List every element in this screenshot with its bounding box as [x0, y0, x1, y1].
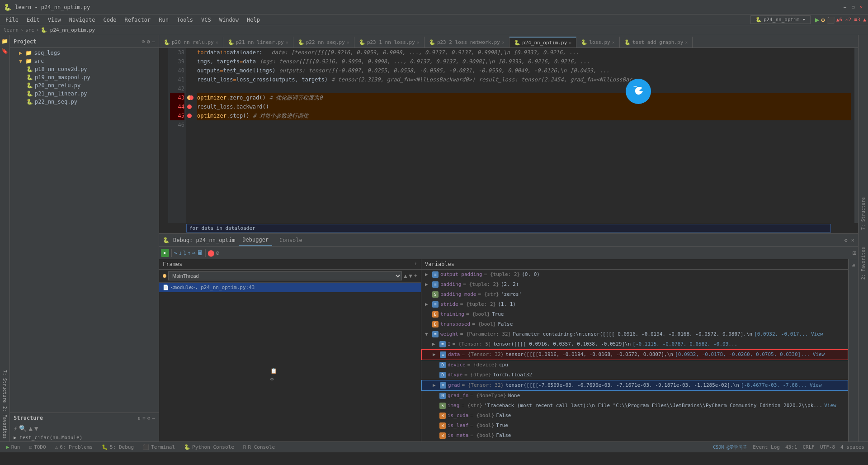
right-tab-structure[interactable]: 7: Structure: [859, 195, 868, 232]
structure-item-test-cifar[interactable]: ▶ test_cifar(nn.Module): [10, 434, 159, 441]
todo-status-btn[interactable]: ☑ TODO: [27, 443, 49, 451]
terminal-status-btn[interactable]: ⬛ Terminal: [140, 443, 178, 451]
resume-button[interactable]: ▶: [161, 249, 169, 257]
close-button[interactable]: ✕: [858, 4, 864, 10]
tab-p24-active[interactable]: 🐍 p24_nn_optim.py ✕: [509, 37, 576, 47]
active-file-indicator[interactable]: 🐍 p24_nn_optim ▾: [750, 15, 811, 24]
tree-item-p22[interactable]: 🐍 p22_nn_seq.py: [10, 98, 159, 106]
tree-item-p19[interactable]: 🐍 p19_nn_maxpool.py: [10, 73, 159, 81]
side-action-1[interactable]: 📋: [270, 368, 277, 374]
menu-help[interactable]: Help: [243, 16, 264, 24]
restore-layout-button[interactable]: ⊞: [853, 249, 856, 256]
tab-close-icon[interactable]: ✕: [502, 40, 505, 45]
stop-button[interactable]: ⬛: [827, 16, 835, 24]
panel-gear-icon[interactable]: ⊕: [142, 38, 145, 45]
var-is-mkldnn[interactable]: B is_mkldnn = {bool} False: [421, 441, 848, 441]
run-status-btn[interactable]: ▶ Run: [4, 443, 23, 451]
debug-settings-icon[interactable]: ⚙: [844, 237, 848, 243]
var-data[interactable]: ▶ ≡ data = {Tensor: 32} tensor([[[[0.091…: [421, 349, 848, 360]
struct-btn4[interactable]: ▼: [34, 425, 38, 432]
sidebar-bookmarks-icon[interactable]: 🔖: [0, 47, 9, 55]
var-expand-icon[interactable]: ▶: [425, 280, 430, 289]
tree-item-p21[interactable]: 🐍 p21_nn_linear.py: [10, 90, 159, 98]
tree-item-src[interactable]: ▼ 📁 src: [10, 57, 159, 65]
tab-p20[interactable]: 🐍 p20_nn_relu.py ✕: [159, 37, 223, 47]
var-expand-icon[interactable]: ▶: [432, 340, 438, 348]
menu-tools[interactable]: Tools: [173, 16, 197, 24]
var-grad[interactable]: ▶ ≡ grad = {Tensor: 32} tensor([[[[-7.65…: [421, 380, 848, 391]
var-expand-icon[interactable]: ▶: [425, 300, 430, 308]
indent-indicator[interactable]: 4 spaces: [840, 444, 864, 450]
var-is-meta[interactable]: B is_meta = {bool} False: [421, 431, 848, 441]
tree-item-seq-logs[interactable]: ▶ 📁 seq_logs: [10, 49, 159, 57]
tab-close-icon[interactable]: ✕: [569, 40, 571, 45]
title-bar-controls[interactable]: — ❐ ✕: [842, 4, 864, 10]
sidebar-structure-icon[interactable]: 7: Structure: [1, 369, 8, 403]
var-expand-icon[interactable]: ▶: [425, 270, 430, 279]
var-transposed[interactable]: B transposed = {bool} False: [421, 319, 848, 329]
python-console-status-btn[interactable]: 🐍 Python Console: [181, 443, 237, 451]
struct-close-icon[interactable]: —: [152, 415, 155, 421]
tab-p21[interactable]: 🐍 p21_nn_linear.py ✕: [223, 37, 293, 47]
sidebar-project-icon[interactable]: 📁: [0, 37, 9, 45]
thread-add-icon[interactable]: +: [414, 273, 417, 279]
thread-dropdown[interactable]: MainThread: [168, 271, 402, 280]
debug-close-icon[interactable]: ✕: [851, 237, 854, 243]
var-weight[interactable]: ▼ ≡ weight = {Parameter: 32} Parameter c…: [421, 329, 848, 339]
console-tab[interactable]: Console: [276, 235, 306, 245]
var-expand-icon[interactable]: ▶: [433, 381, 438, 389]
tree-item-p18[interactable]: 🐍 p18_nn_conv2d.py: [10, 65, 159, 73]
var-dtype[interactable]: D dtype = {dtype} torch.float32: [421, 370, 848, 380]
var-expand-icon[interactable]: ▼: [425, 330, 430, 338]
var-padding-mode[interactable]: S padding_mode = {str} 'zeros': [421, 289, 848, 299]
minimize-button[interactable]: —: [842, 4, 848, 10]
var-stride[interactable]: ▶ ≡ stride = {tuple: 2} (1, 1): [421, 299, 848, 309]
var-padding[interactable]: ▶ ≡ padding = {tuple: 2} (2, 2): [421, 280, 848, 289]
var-imag[interactable]: S imag = {str} 'Traceback (most recent c…: [421, 401, 848, 411]
var-training[interactable]: B training = {bool} True: [421, 309, 848, 319]
menu-refactor[interactable]: Refactor: [121, 16, 154, 24]
panel-close-icon[interactable]: —: [152, 38, 155, 45]
frames-add-icon[interactable]: +: [414, 261, 417, 267]
step-out-button[interactable]: ↑: [187, 249, 191, 256]
var-expand-icon[interactable]: ▶: [433, 351, 438, 359]
struct-sort-icon[interactable]: ⇅: [138, 415, 141, 421]
debug-run-button[interactable]: ⚙: [821, 16, 825, 24]
thread-down-icon[interactable]: ▼: [409, 273, 412, 279]
menu-view[interactable]: View: [44, 16, 65, 24]
breadcrumb-file[interactable]: 🐍 p24_nn_optim.py: [41, 27, 95, 33]
tab-close-icon[interactable]: ✕: [286, 40, 288, 45]
menu-file[interactable]: File: [2, 16, 22, 24]
thread-up-icon[interactable]: ▲: [404, 273, 407, 279]
view-breakpoints-button[interactable]: ⬤: [208, 249, 215, 256]
tab-close-icon[interactable]: ✕: [347, 40, 349, 45]
breadcrumb-learn[interactable]: learn: [4, 27, 19, 33]
run-to-cursor-button[interactable]: ⇒: [192, 249, 195, 256]
struct-btn2[interactable]: 🔍: [19, 425, 27, 432]
var-I[interactable]: ▶ ≡ I = {Tensor: 5} tensor([[[[ 0.0916, …: [421, 339, 848, 349]
struct-filter-icon[interactable]: ≡: [142, 415, 146, 421]
var-grad-fn[interactable]: N grad_fn = {NoneType} None: [421, 391, 848, 401]
tab-p23-1[interactable]: 🐍 p23_1_nn_loss.py ✕: [354, 37, 425, 47]
tab-loss[interactable]: 🐍 loss.py ✕: [576, 37, 619, 47]
crlf-indicator[interactable]: CRLF: [802, 444, 815, 450]
encoding-indicator[interactable]: UTF-8: [820, 444, 835, 450]
debug-side-btn1[interactable]: ⊞: [850, 260, 857, 270]
editor-scrollbar[interactable]: [854, 48, 858, 223]
tab-close-icon[interactable]: ✕: [612, 40, 615, 45]
struct-btn1[interactable]: ⚡: [14, 425, 17, 432]
tab-close-icon[interactable]: ✕: [685, 40, 688, 45]
right-tab-favorites[interactable]: 2: Favorites: [859, 245, 868, 281]
tab-p23-2[interactable]: 🐍 p23_2_loss_network.py ✕: [425, 37, 509, 47]
side-action-2[interactable]: ∞: [270, 376, 277, 382]
var-is-cuda[interactable]: B is_cuda = {bool} False: [421, 411, 848, 421]
debugger-tab[interactable]: Debugger: [239, 235, 272, 246]
debug-status-btn[interactable]: 🐛 5: Debug: [99, 443, 137, 451]
var-is-leaf[interactable]: B is_leaf = {bool} True: [421, 421, 848, 431]
maximize-button[interactable]: ❐: [850, 4, 856, 10]
tab-p22[interactable]: 🐍 p22_nn_seq.py ✕: [293, 37, 354, 47]
evaluate-button[interactable]: 🖩: [197, 249, 203, 256]
menu-edit[interactable]: Edit: [23, 16, 43, 24]
panel-settings-icon[interactable]: ⚙: [147, 38, 150, 45]
event-log-btn[interactable]: Event Log: [753, 444, 780, 450]
